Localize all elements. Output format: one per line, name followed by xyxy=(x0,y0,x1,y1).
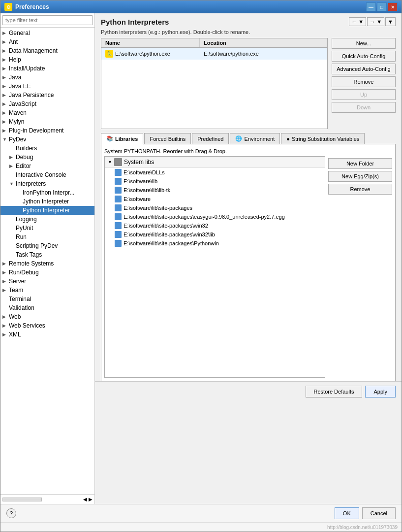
remove-path-button[interactable]: Remove xyxy=(328,184,392,195)
path-list: ▼ System libs E:\software\DLLsE:\softwar… xyxy=(104,156,325,378)
path-item[interactable]: E:\software\lib\site-packages\easygui-0.… xyxy=(105,212,325,221)
tab-string-substitution[interactable]: ● String Substitution Variables xyxy=(281,133,365,144)
sidebar-item-jython[interactable]: Jython Interpreter xyxy=(0,197,94,206)
path-label: E:\software\DLLs xyxy=(124,169,165,175)
sidebar-item-label: Plug-in Development xyxy=(9,127,63,134)
tree-arrow xyxy=(9,155,14,160)
sidebar-item-run-debug[interactable]: Run/Debug xyxy=(0,268,94,277)
new-egg-zip-button[interactable]: New Egg/Zip(s) xyxy=(328,171,392,182)
scroll-indicator[interactable] xyxy=(2,498,42,501)
interpreter-table: Name Location 🐍 E:\software\python.exe E… xyxy=(101,38,328,129)
path-item[interactable]: E:\software\lib\site-packages\win32 xyxy=(105,221,325,230)
back-button[interactable]: ← ▼ xyxy=(349,17,366,26)
sidebar-item-label: Java xyxy=(9,74,21,81)
sidebar-item-java-ee[interactable]: Java EE xyxy=(0,82,94,91)
sidebar-item-label: Java Persistence xyxy=(9,92,54,99)
sidebar-item-label: Server xyxy=(9,278,26,285)
tab-predefined[interactable]: Predefined xyxy=(192,133,229,144)
sidebar-item-web-services[interactable]: Web Services xyxy=(0,321,94,330)
up-button[interactable]: Up xyxy=(332,89,396,100)
sidebar-item-label: Debug xyxy=(16,154,33,161)
sidebar-item-remote-systems[interactable]: Remote Systems xyxy=(0,259,94,268)
tab-forced-builtins[interactable]: Forced Builtins xyxy=(144,133,191,144)
apply-button[interactable]: Apply xyxy=(365,386,396,398)
sidebar-item-interactive-console[interactable]: Interactive Console xyxy=(0,170,94,179)
forward-button[interactable]: → ▼ xyxy=(367,17,384,26)
sidebar-item-install-update[interactable]: Install/Update xyxy=(0,64,94,73)
sidebar-item-logging[interactable]: Logging xyxy=(0,215,94,224)
system-libs-header[interactable]: ▼ System libs xyxy=(105,157,325,168)
tab-environment[interactable]: 🌐 Environment xyxy=(230,133,280,144)
tree-arrow xyxy=(2,101,7,106)
sidebar-item-server[interactable]: Server xyxy=(0,277,94,286)
sidebar-item-team[interactable]: Team xyxy=(0,286,94,295)
cancel-button[interactable]: Cancel xyxy=(362,507,396,519)
tree-arrow xyxy=(2,270,7,275)
sidebar-item-label: XML xyxy=(9,331,21,338)
sidebar-item-mylyn[interactable]: Mylyn xyxy=(0,117,94,126)
path-item[interactable]: E:\software\lib\site-packages xyxy=(105,203,325,212)
new-interpreter-button[interactable]: New... xyxy=(332,38,396,49)
footer-left: ? xyxy=(6,508,16,518)
path-item[interactable]: E:\software xyxy=(105,195,325,203)
path-item[interactable]: E:\software\lib\lib-tk xyxy=(105,186,325,195)
sidebar-item-ant[interactable]: Ant xyxy=(0,37,94,46)
sidebar-item-label: Python Interpreter xyxy=(23,207,70,214)
close-button[interactable]: ✕ xyxy=(388,2,398,11)
sidebar-item-task-tags[interactable]: Task Tags xyxy=(0,250,94,259)
sidebar-item-interpreters[interactable]: Interpreters xyxy=(0,179,94,188)
sidebar-bottom: ◀ ▶ xyxy=(0,494,94,504)
down-button[interactable]: Down xyxy=(332,102,396,113)
restore-defaults-button[interactable]: Restore Defaults xyxy=(306,386,363,398)
path-tree: ▼ System libs E:\software\DLLsE:\softwar… xyxy=(104,156,325,378)
sidebar-item-builders[interactable]: Builders xyxy=(0,144,94,153)
sidebar-item-scripting-pydev[interactable]: Scripting PyDev xyxy=(0,241,94,250)
libraries-description: System PYTHONPATH. Reorder with Drag & D… xyxy=(104,147,392,156)
sidebar-item-plugin-dev[interactable]: Plug-in Development xyxy=(0,126,94,135)
sidebar-item-pydev[interactable]: PyDev xyxy=(0,135,94,144)
remove-interpreter-button[interactable]: Remove xyxy=(332,76,396,87)
sidebar-item-maven[interactable]: Maven xyxy=(0,108,94,117)
menu-button[interactable]: ▼ xyxy=(385,17,396,26)
path-icon xyxy=(115,196,122,202)
scroll-arrows[interactable]: ◀ ▶ xyxy=(83,497,93,502)
path-icon xyxy=(115,204,122,211)
sidebar-item-pyunit[interactable]: PyUnit xyxy=(0,224,94,233)
titlebar: ⚙ Preferences — □ ✕ xyxy=(0,0,402,13)
sidebar-item-java[interactable]: Java xyxy=(0,73,94,82)
sidebar-item-web[interactable]: Web xyxy=(0,312,94,321)
sidebar-item-validation[interactable]: Validation xyxy=(0,303,94,312)
filter-input[interactable] xyxy=(2,15,93,25)
ok-button[interactable]: OK xyxy=(335,507,359,519)
sidebar-item-terminal[interactable]: Terminal xyxy=(0,295,94,303)
sidebar-item-label: Editor xyxy=(16,163,31,169)
path-item[interactable]: E:\software\DLLs xyxy=(105,168,325,177)
sidebar-item-debug[interactable]: Debug xyxy=(0,153,94,162)
help-button[interactable]: ? xyxy=(6,508,16,518)
table-row[interactable]: 🐍 E:\software\python.exe E:\software\pyt… xyxy=(101,48,327,60)
sidebar-item-editor[interactable]: Editor xyxy=(0,162,94,170)
sidebar-item-ironpython[interactable]: IronPython Interpr... xyxy=(0,188,94,197)
path-icon xyxy=(115,213,122,220)
sidebar-item-run[interactable]: Run xyxy=(0,233,94,241)
sidebar-item-data-management[interactable]: Data Management xyxy=(0,46,94,55)
quick-auto-config-button[interactable]: Quick Auto-Config xyxy=(332,51,396,62)
tab-libraries[interactable]: 📚 Libraries xyxy=(101,133,143,144)
sidebar-item-help[interactable]: Help xyxy=(0,55,94,64)
sidebar-item-label: Java EE xyxy=(9,83,31,90)
path-item[interactable]: E:\software\lib\site-packages\win32\lib xyxy=(105,230,325,239)
sidebar-item-xml[interactable]: XML xyxy=(0,330,94,339)
path-item[interactable]: E:\software\lib\site-packages\Pythonwin xyxy=(105,239,325,248)
sidebar-item-javascript[interactable]: JavaScript xyxy=(0,100,94,108)
maximize-button[interactable]: □ xyxy=(377,2,387,11)
table-header: Name Location xyxy=(101,38,327,48)
sidebar-tree: GeneralAntData ManagementHelpInstall/Upd… xyxy=(0,28,94,494)
minimize-button[interactable]: — xyxy=(366,2,376,11)
sidebar-item-general[interactable]: General xyxy=(0,29,94,37)
advanced-auto-config-button[interactable]: Advanced Auto-Config xyxy=(332,64,396,74)
path-item[interactable]: E:\software\lib xyxy=(105,177,325,186)
sidebar-item-label: Run xyxy=(16,233,27,240)
sidebar-item-python-interpreter[interactable]: Python Interpreter xyxy=(0,206,94,215)
new-folder-button[interactable]: New Folder xyxy=(328,158,392,169)
sidebar-item-java-persistence[interactable]: Java Persistence xyxy=(0,91,94,100)
